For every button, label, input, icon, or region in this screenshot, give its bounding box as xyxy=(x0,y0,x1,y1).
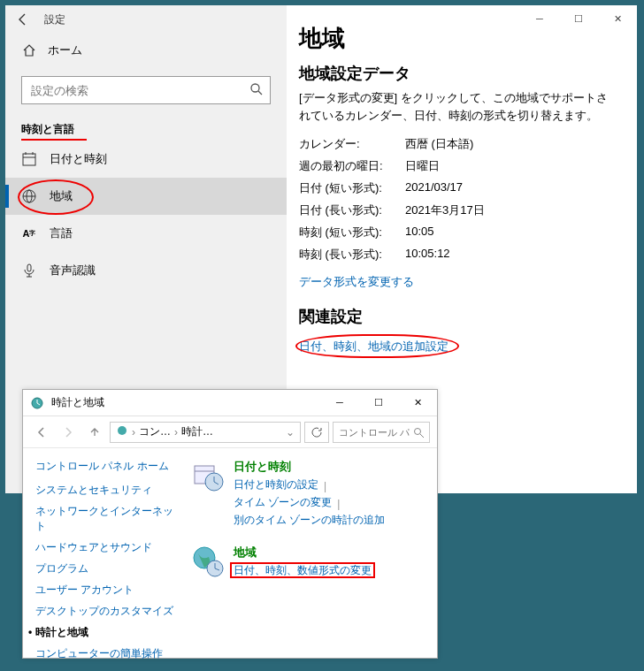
side-item-users[interactable]: ユーザー アカウント xyxy=(35,583,177,598)
breadcrumb-icon xyxy=(116,424,128,439)
search-icon xyxy=(413,426,425,438)
svg-rect-2 xyxy=(23,154,35,165)
side-item-system[interactable]: システムとセキュリティ xyxy=(35,483,177,498)
window-title: 設定 xyxy=(44,12,65,27)
chevron-right-icon: › xyxy=(174,426,178,438)
cp-titlebar: 時計と地域 ─ ☐ ✕ xyxy=(23,390,437,416)
svg-point-0 xyxy=(251,84,259,92)
link-datetime-settings[interactable]: 日付と時刻の設定 xyxy=(234,477,318,492)
search-wrap xyxy=(21,76,271,104)
row-shorttime: 時刻 (短い形式):10:05 xyxy=(299,225,616,240)
language-icon: A字 xyxy=(21,225,37,241)
longtime-key: 時刻 (長い形式): xyxy=(299,247,405,263)
title-bar: 設定 xyxy=(5,5,287,34)
nav-forward-button[interactable] xyxy=(57,421,80,444)
category-datetime-body: 日付と時刻 日付と時刻の設定 | タイム ゾーンの変更 | 別のタイム ゾーンの… xyxy=(234,459,385,530)
crumb2: 時計… xyxy=(181,424,213,439)
longdate-key: 日付 (長い形式): xyxy=(299,202,405,218)
related-link-wrap: 日付、時刻、地域の追加設定 xyxy=(299,338,448,355)
category-datetime: 日付と時刻 日付と時刻の設定 | タイム ゾーンの変更 | 別のタイム ゾーンの… xyxy=(191,459,425,530)
chevron-down-icon[interactable]: ⌄ xyxy=(286,426,295,438)
svg-point-12 xyxy=(415,428,421,434)
nav-up-button[interactable] xyxy=(83,421,106,444)
nav-language[interactable]: A字 言語 xyxy=(5,215,287,252)
cp-sidebar: コントロール パネル ホーム システムとセキュリティ ネットワークとインターネッ… xyxy=(35,459,177,667)
shortdate-val: 2021/03/17 xyxy=(405,180,463,196)
cp-nav-bar: › コン… › 時計… ⌄ xyxy=(23,416,437,448)
nav-datetime[interactable]: 日付と時刻 xyxy=(5,141,287,178)
nav-datetime-label: 日付と時刻 xyxy=(50,151,107,167)
separator: | xyxy=(324,480,326,492)
search-input[interactable] xyxy=(21,76,271,104)
maximize-button[interactable]: ☐ xyxy=(559,5,598,32)
row-calendar: カレンダー:西暦 (日本語) xyxy=(299,136,616,152)
separator: | xyxy=(337,498,340,510)
nav-back-button[interactable] xyxy=(30,421,53,444)
svg-rect-9 xyxy=(27,264,31,271)
row-longdate: 日付 (長い形式):2021年3月17日 xyxy=(299,202,616,218)
clock-region-icon xyxy=(30,396,44,410)
nav-speech-label: 音声認識 xyxy=(50,263,96,278)
firstday-val: 日曜日 xyxy=(405,158,440,174)
link-number-format[interactable]: 日付、時刻、数値形式の変更 xyxy=(234,564,372,576)
chevron-right-icon: › xyxy=(132,426,135,438)
related-link[interactable]: 日付、時刻、地域の追加設定 xyxy=(299,339,448,355)
microphone-icon xyxy=(21,263,37,278)
cp-search-wrap xyxy=(333,422,430,443)
category-region: 地域 日付、時刻、数値形式の変更 xyxy=(191,545,425,578)
cp-window-buttons: ─ ☐ ✕ xyxy=(320,390,437,415)
search-icon xyxy=(249,82,264,96)
section-text: 時刻と言語 xyxy=(21,123,74,135)
nav-speech[interactable]: 音声認識 xyxy=(5,252,287,289)
side-item-network[interactable]: ネットワークとインターネット xyxy=(35,504,177,534)
cp-maximize-button[interactable]: ☐ xyxy=(359,390,398,415)
link-add-clock[interactable]: 別のタイム ゾーンの時計の追加 xyxy=(234,513,385,528)
cp-title: 時計と地域 xyxy=(51,395,104,410)
row-shortdate: 日付 (短い形式):2021/03/17 xyxy=(299,180,616,196)
calendar-icon xyxy=(21,151,37,167)
close-button[interactable]: ✕ xyxy=(598,5,637,32)
cp-minimize-button[interactable]: ─ xyxy=(320,390,359,415)
back-button[interactable] xyxy=(12,9,34,30)
svg-line-1 xyxy=(258,91,262,95)
globe-icon xyxy=(21,188,37,204)
minimize-button[interactable]: ─ xyxy=(520,5,559,32)
side-item-desktop[interactable]: デスクトップのカスタマイズ xyxy=(35,604,177,619)
nav-language-label: 言語 xyxy=(50,225,73,241)
side-item-ease[interactable]: コンピューターの簡単操作 xyxy=(35,646,177,661)
svg-point-6 xyxy=(23,190,35,202)
side-item-programs[interactable]: プログラム xyxy=(35,561,177,576)
nav-region[interactable]: 地域 xyxy=(5,178,287,215)
cp-close-button[interactable]: ✕ xyxy=(398,390,437,415)
firstday-key: 週の最初の曜日: xyxy=(299,158,405,174)
side-item-clock-region[interactable]: • 時計と地域 xyxy=(35,625,177,640)
control-panel-window: 時計と地域 ─ ☐ ✕ › コン… › 時計… ⌄ コントロール パネル ホーム… xyxy=(22,389,438,659)
cat-datetime-title[interactable]: 日付と時刻 xyxy=(234,459,385,475)
shorttime-key: 時刻 (短い形式): xyxy=(299,225,405,240)
calendar-val: 西暦 (日本語) xyxy=(405,136,473,152)
side-item-hardware[interactable]: ハードウェアとサウンド xyxy=(35,540,177,555)
link-timezone-change[interactable]: タイム ゾーンの変更 xyxy=(234,495,332,510)
datetime-icon xyxy=(191,459,225,492)
cp-body: コントロール パネル ホーム システムとセキュリティ ネットワークとインターネッ… xyxy=(23,448,437,671)
refresh-button[interactable] xyxy=(304,422,329,443)
svg-point-11 xyxy=(118,426,126,435)
svg-point-7 xyxy=(27,190,32,202)
annotation-red-box: 日付、時刻、数値形式の変更 xyxy=(234,564,372,576)
longtime-val: 10:05:12 xyxy=(405,247,450,263)
longdate-val: 2021年3月17日 xyxy=(405,202,485,218)
row-longtime: 時刻 (長い形式):10:05:12 xyxy=(299,247,616,263)
home-icon xyxy=(21,42,37,58)
change-format-link[interactable]: データ形式を変更する xyxy=(299,274,414,290)
home-label: ホーム xyxy=(48,42,82,58)
region-icon xyxy=(191,545,225,578)
row-firstday: 週の最初の曜日:日曜日 xyxy=(299,158,616,174)
cat-region-title[interactable]: 地域 xyxy=(234,545,372,560)
breadcrumb[interactable]: › コン… › 時計… ⌄ xyxy=(110,422,301,443)
category-region-body: 地域 日付、時刻、数値形式の変更 xyxy=(234,545,372,578)
shortdate-key: 日付 (短い形式): xyxy=(299,180,405,196)
shorttime-val: 10:05 xyxy=(405,225,434,240)
section-label: 時刻と言語 xyxy=(5,113,287,141)
home-nav[interactable]: ホーム xyxy=(5,34,287,67)
cp-home-link[interactable]: コントロール パネル ホーム xyxy=(35,459,177,474)
